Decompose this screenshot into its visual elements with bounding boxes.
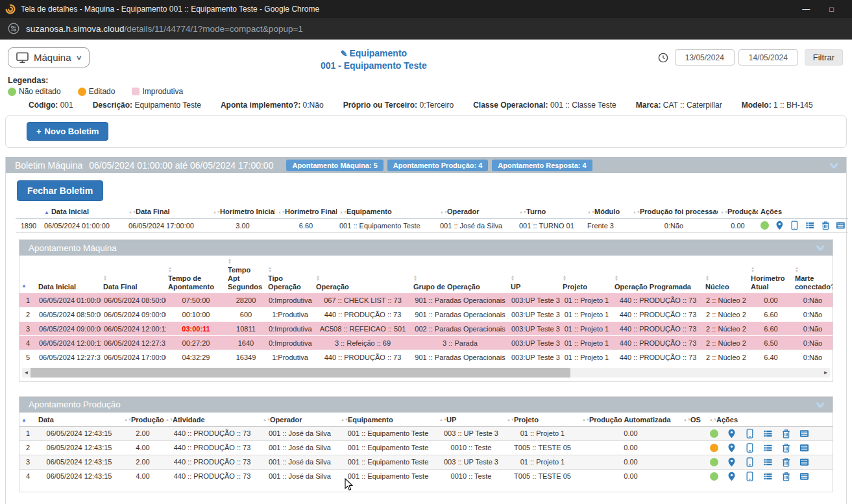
- sort-icon: ▲▼: [511, 275, 516, 282]
- column-header[interactable]: ▲▼Tipo Operação: [266, 256, 314, 293]
- maximize-button[interactable]: □: [829, 5, 834, 13]
- list-icon[interactable]: [763, 429, 773, 438]
- mobile-icon[interactable]: [745, 457, 755, 467]
- producao-row[interactable]: 106/05/2024 12:43:152.00 440 :: PRODUÇÃO…: [19, 426, 833, 440]
- page-title-line1: Equipamento: [349, 48, 407, 58]
- producao-row[interactable]: 306/05/2024 12:43:152.00 440 :: PRODUÇÃO…: [19, 455, 833, 469]
- column-header[interactable]: ▲▼Módulo: [585, 206, 630, 219]
- column-header[interactable]: ▲▼Núcleo: [703, 256, 749, 293]
- minimize-button[interactable]: —: [802, 5, 810, 14]
- boletim-row[interactable]: 1890 06/05/2024 01:00:00 06/05/2024 17:0…: [16, 219, 848, 233]
- sort-icon: ▲▼: [615, 275, 620, 282]
- mobile-icon[interactable]: [745, 443, 755, 453]
- column-header[interactable]: Data: [36, 414, 122, 427]
- column-header[interactable]: ▲▼Horímetro Atual: [749, 256, 793, 293]
- sort-icon: ▲▼: [563, 275, 568, 282]
- trash-icon[interactable]: [781, 443, 791, 453]
- details-card-icon[interactable]: [799, 429, 809, 438]
- column-header[interactable]: ▲▼Horímetro Final: [275, 206, 337, 219]
- column-header[interactable]: ▲: [19, 414, 36, 427]
- entity-dropdown[interactable]: Máquina ∨: [8, 47, 90, 67]
- column-header[interactable]: ▲Data Inicial: [42, 206, 126, 219]
- details-card-icon[interactable]: [799, 472, 809, 481]
- column-header[interactable]: ▲▼Produção Automatizada: [580, 414, 681, 427]
- trash-icon[interactable]: [781, 457, 791, 467]
- browser-address-bar[interactable]: suzanosa.h.simova.cloud/details/11/44774…: [0, 18, 852, 40]
- maquina-row[interactable]: 206/05/2024 08:50:0006/05/2024 09:00:00 …: [19, 307, 833, 322]
- map-pin-icon[interactable]: [727, 472, 736, 481]
- column-header[interactable]: ▲: [19, 256, 36, 293]
- apontamento-maquina-header[interactable]: Apontamento Máquina ∨: [19, 240, 833, 256]
- date-to-input[interactable]: [738, 49, 798, 66]
- map-pin-icon[interactable]: [727, 429, 736, 438]
- maquina-row[interactable]: 306/05/2024 09:00:0006/05/2024 12:00:11 …: [19, 322, 833, 336]
- column-header[interactable]: ▲▼Atividade: [164, 414, 261, 427]
- list-icon[interactable]: [763, 443, 773, 453]
- details-card-icon[interactable]: [799, 457, 809, 467]
- column-header[interactable]: ▲▼Produção: [718, 206, 758, 219]
- column-header[interactable]: ▲▼UP: [509, 256, 561, 293]
- maquina-row[interactable]: 406/05/2024 12:00:1106/05/2024 12:27:31 …: [19, 336, 833, 350]
- apontamento-maquina-table: ▲ Data Inicial ▲▼Data Final ▲▼Tempo de A…: [19, 256, 833, 365]
- column-header[interactable]: ▲▼Operador: [261, 414, 339, 427]
- collapse-chevron-icon[interactable]: ∨: [828, 161, 840, 170]
- column-header[interactable]: ▲▼Equipamento: [337, 206, 437, 219]
- column-header[interactable]: ▲▼Projeto: [505, 414, 580, 427]
- column-header[interactable]: ▲▼Tempo Apt Segundos: [226, 256, 266, 293]
- horizontal-scrollbar[interactable]: ◄ ►: [22, 368, 830, 378]
- producao-row[interactable]: 406/05/2024 12:43:154.00 440 :: PRODUÇÃO…: [19, 469, 833, 483]
- details-card-icon[interactable]: [836, 221, 846, 230]
- url-text[interactable]: suzanosa.h.simova.cloud/details/11/44774…: [26, 23, 303, 34]
- map-pin-icon[interactable]: [775, 221, 785, 230]
- collapse-chevron-icon[interactable]: ∨: [814, 243, 826, 252]
- mobile-icon[interactable]: [745, 472, 755, 481]
- column-header[interactable]: ▲▼Operador: [437, 206, 517, 219]
- list-icon[interactable]: [805, 221, 815, 230]
- column-header[interactable]: Data Inicial: [36, 256, 101, 293]
- column-header[interactable]: ▲▼Data Final: [126, 206, 210, 219]
- site-settings-icon[interactable]: [8, 23, 19, 34]
- column-header[interactable]: ▲▼Operação Programada: [613, 256, 703, 293]
- trash-icon[interactable]: [781, 472, 791, 481]
- column-header[interactable]: ▲▼Projeto: [561, 256, 613, 293]
- column-header[interactable]: ▲▼Turno: [517, 206, 585, 219]
- map-pin-icon[interactable]: [727, 443, 736, 453]
- column-header[interactable]: ▲▼Marte conectado?: [793, 256, 833, 293]
- column-header[interactable]: ▲▼Produção: [122, 414, 164, 427]
- producao-row[interactable]: 206/05/2024 12:43:154.00 440 :: PRODUÇÃO…: [19, 440, 833, 455]
- badge-apontamento-maquina[interactable]: Apontamento Máquina: 5: [286, 160, 383, 171]
- column-header[interactable]: ▲▼UP: [437, 414, 505, 427]
- column-header[interactable]: ▲▼Ações: [707, 414, 833, 427]
- scroll-left-arrow[interactable]: ◄: [22, 370, 30, 376]
- column-header[interactable]: ▲▼Produção foi processada?: [630, 206, 718, 219]
- scroll-right-arrow[interactable]: ►: [822, 370, 830, 376]
- date-from-input[interactable]: [675, 49, 735, 66]
- boletim-section-header[interactable]: Boletim Máquina 06/05/2024 01:00:00 até …: [6, 157, 846, 173]
- collapse-chevron-icon[interactable]: ∨: [814, 400, 826, 409]
- mobile-icon[interactable]: [790, 221, 799, 230]
- column-header[interactable]: ▲▼Grupo de Operação: [411, 256, 509, 293]
- map-pin-icon[interactable]: [727, 457, 736, 467]
- list-icon[interactable]: [763, 457, 773, 467]
- column-header[interactable]: ▲▼Tempo de Apontamento: [166, 256, 226, 293]
- details-card-icon[interactable]: [799, 443, 809, 453]
- badge-apontamento-resposta[interactable]: Apontamento Resposta: 4: [492, 160, 592, 171]
- column-header[interactable]: ▲▼Operação: [314, 256, 411, 293]
- column-header[interactable]: ▲▼Data Final: [101, 256, 166, 293]
- apontamento-producao-header[interactable]: Apontamento Produção ∨: [19, 397, 833, 413]
- mobile-icon[interactable]: [745, 429, 755, 438]
- column-header[interactable]: ▲▼Equipamento: [339, 414, 437, 427]
- scrollbar-thumb[interactable]: [30, 368, 570, 378]
- filter-button[interactable]: Filtrar: [805, 49, 843, 66]
- list-icon[interactable]: [763, 472, 773, 481]
- fechar-boletim-button[interactable]: Fechar Boletim: [17, 180, 103, 201]
- trash-icon[interactable]: [781, 429, 791, 438]
- edit-icon[interactable]: ✎: [341, 49, 348, 58]
- maquina-row[interactable]: 506/05/2024 12:27:3106/05/2024 17:00:00 …: [19, 350, 833, 365]
- novo-boletim-button[interactable]: +Novo Boletim: [27, 122, 108, 141]
- badge-apontamento-producao[interactable]: Apontamento Produção: 4: [387, 160, 489, 171]
- column-header[interactable]: ▲▼OS: [681, 414, 707, 427]
- trash-icon[interactable]: [821, 221, 831, 230]
- maquina-row[interactable]: 106/05/2024 01:00:0006/05/2024 08:50:00 …: [19, 293, 833, 307]
- column-header[interactable]: ▲▼Horímetro Inicial: [210, 206, 275, 219]
